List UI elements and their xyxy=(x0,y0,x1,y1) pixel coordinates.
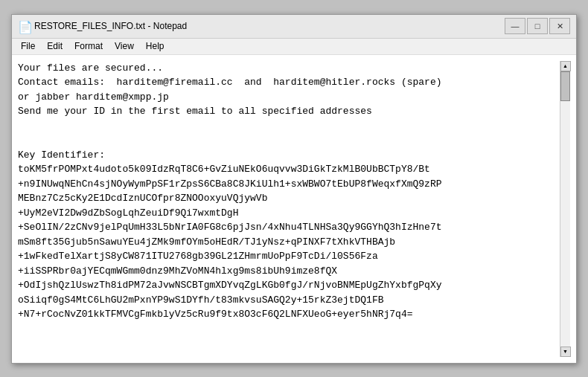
scroll-down-button[interactable]: ▼ xyxy=(560,347,571,357)
menu-bar: File Edit Format View Help xyxy=(12,39,576,55)
scrollbar-track-area[interactable] xyxy=(560,71,570,347)
scrollbar-thumb[interactable] xyxy=(560,71,570,101)
menu-view[interactable]: View xyxy=(109,39,140,53)
notepad-window: 📄 RESTORE_FILES_INFO.txt - Notepad — □ ✕… xyxy=(11,14,577,364)
maximize-button[interactable]: □ xyxy=(527,18,548,34)
menu-format[interactable]: Format xyxy=(68,39,109,53)
title-bar: 📄 RESTORE_FILES_INFO.txt - Notepad — □ ✕ xyxy=(12,15,576,39)
menu-edit[interactable]: Edit xyxy=(41,39,68,53)
close-button[interactable]: ✕ xyxy=(549,18,570,34)
minimize-button[interactable]: — xyxy=(505,18,525,34)
window-controls: — □ ✕ xyxy=(505,18,570,34)
menu-file[interactable]: File xyxy=(15,39,41,53)
menu-help[interactable]: Help xyxy=(140,39,170,53)
content-area: Your files are secured... Contact emails… xyxy=(12,55,576,363)
scroll-up-button[interactable]: ▲ xyxy=(560,61,571,71)
text-editor[interactable]: Your files are secured... Contact emails… xyxy=(18,61,560,357)
app-icon: 📄 xyxy=(18,20,30,32)
window-title: RESTORE_FILES_INFO.txt - Notepad xyxy=(34,21,505,31)
scrollbar[interactable]: ▲ ▼ xyxy=(560,61,570,357)
